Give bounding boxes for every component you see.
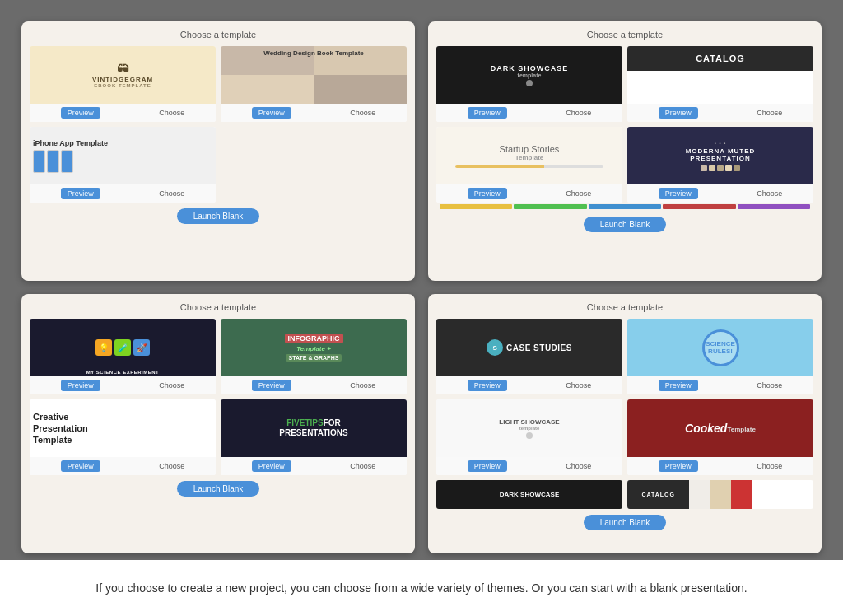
iphone-choose-button[interactable]: Choose bbox=[159, 188, 184, 199]
catalog-strip bbox=[689, 480, 751, 509]
panel-2-launch-blank-button[interactable]: Launch Blank bbox=[584, 217, 667, 232]
case-studies-preview-button[interactable]: Preview bbox=[468, 380, 507, 391]
panel-2-title: Choose a template bbox=[436, 30, 813, 40]
science-rules-preview-button[interactable]: Preview bbox=[659, 380, 698, 391]
science-rules-choose-button[interactable]: Choose bbox=[757, 380, 782, 391]
science-icon-flask: 🧪 bbox=[114, 339, 131, 356]
vintidgegram-preview-button[interactable]: Preview bbox=[61, 107, 100, 119]
ls-title: LIGHT SHOWCASE bbox=[499, 418, 559, 426]
dark-showcase-preview-button[interactable]: Preview bbox=[468, 107, 507, 119]
creative-text: CreativePresentationTemplate bbox=[33, 411, 88, 446]
template-card-light-showcase: LIGHT SHOWCASE template Preview Choose bbox=[436, 399, 622, 475]
light-showcase-choose-button[interactable]: Choose bbox=[566, 460, 591, 472]
panel-3-title: Choose a template bbox=[30, 302, 407, 312]
panel-3-launch-blank-button[interactable]: Launch Blank bbox=[177, 481, 260, 497]
cooked-choose-button[interactable]: Choose bbox=[757, 460, 782, 472]
iphone-preview-button[interactable]: Preview bbox=[61, 188, 100, 199]
fivetips-for: FOR bbox=[324, 418, 341, 427]
wedding-title: Wedding Design Book Template bbox=[221, 49, 407, 57]
fivetips-preview-button[interactable]: Preview bbox=[252, 460, 291, 472]
catalog-actions: Preview Choose bbox=[627, 104, 813, 122]
iphone-screen-1 bbox=[33, 150, 45, 173]
case-studies-text: CASE STUDIES bbox=[506, 343, 572, 352]
panel-1-launch-blank-button[interactable]: Launch Blank bbox=[177, 208, 260, 224]
dark-showcase-title: DARK SHOWCASE bbox=[491, 64, 569, 72]
iphone-actions: Preview Choose bbox=[30, 184, 216, 203]
wedding-actions: Preview Choose bbox=[221, 104, 407, 122]
catalog-preview-button[interactable]: Preview bbox=[659, 107, 698, 119]
case-studies-choose-button[interactable]: Choose bbox=[566, 380, 591, 391]
thumb-catalog-small: CATALOG bbox=[627, 480, 813, 509]
wedding-choose-button[interactable]: Choose bbox=[350, 107, 375, 119]
dark-showcase-choose-button[interactable]: Choose bbox=[566, 107, 591, 119]
infographic-choose-button[interactable]: Choose bbox=[350, 380, 375, 391]
vint-icon: 🕶 bbox=[117, 63, 128, 76]
infographic-actions: Preview Choose bbox=[221, 376, 407, 394]
panel-1-launch-bar: Launch Blank bbox=[30, 203, 407, 227]
vintidgegram-choose-button[interactable]: Choose bbox=[159, 107, 184, 119]
ls-sub: template bbox=[519, 426, 540, 431]
creative-preview-button[interactable]: Preview bbox=[61, 460, 100, 472]
template-card-vintidgegram: 🕶 VINTIDGEGRAM EBOOK TEMPLATE Preview Ch… bbox=[30, 46, 216, 122]
science-choose-button[interactable]: Choose bbox=[159, 380, 184, 391]
template-card-infographic: INFOGRAPHIC Template + STATE & GRAPHS Pr… bbox=[221, 319, 407, 394]
iphone-title: iPhone App Template bbox=[33, 139, 108, 147]
catalog-choose-button[interactable]: Choose bbox=[757, 107, 782, 119]
bottom-caption: If you choose to create a new project, y… bbox=[0, 560, 843, 616]
startup-title: Startup Stories bbox=[500, 144, 560, 154]
iphone-screen-2 bbox=[47, 150, 59, 173]
startup-sub: Template bbox=[515, 154, 544, 161]
moderna-title: MODERNA MUTED bbox=[686, 147, 756, 155]
template-card-fivetips: FIVETIPSFOR PRESENTATIONS Preview Choose bbox=[221, 399, 407, 475]
fivetips-actions: Preview Choose bbox=[221, 457, 407, 475]
creative-choose-button[interactable]: Choose bbox=[159, 460, 184, 472]
swatch-4 bbox=[725, 165, 732, 171]
panel-1-title: Choose a template bbox=[30, 30, 407, 40]
wedding-preview-button[interactable]: Preview bbox=[252, 107, 291, 119]
moderna-actions: Preview Choose bbox=[627, 184, 813, 203]
startup-choose-button[interactable]: Choose bbox=[566, 188, 591, 199]
thumb-moderna: • • • MODERNA MUTED PRESENTATION bbox=[627, 127, 813, 184]
ls-dot bbox=[526, 432, 533, 439]
cs1 bbox=[689, 480, 710, 509]
infographic-preview-button[interactable]: Preview bbox=[252, 380, 291, 391]
wedding-cell-3 bbox=[221, 75, 314, 104]
swatch-5 bbox=[734, 165, 740, 171]
case-studies-icon: S bbox=[487, 339, 503, 356]
cooked-preview-button[interactable]: Preview bbox=[659, 460, 698, 472]
startup-preview-button[interactable]: Preview bbox=[468, 188, 507, 199]
template-card-creative: CreativePresentationTemplate Preview Cho… bbox=[30, 399, 216, 475]
panel-4-title: Choose a template bbox=[436, 302, 813, 312]
thumb-fivetips: FIVETIPSFOR PRESENTATIONS bbox=[221, 399, 407, 457]
light-showcase-actions: Preview Choose bbox=[436, 457, 622, 475]
panel-3-template-grid: 💡 🧪 🚀 MY SCIENCE EXPERIMENT Preview Choo… bbox=[30, 319, 407, 475]
thumb-catalog: CATALOG bbox=[627, 46, 813, 104]
panel-2: Choose a template DARK SHOWCASE template… bbox=[428, 21, 822, 281]
light-showcase-preview-button[interactable]: Preview bbox=[468, 460, 507, 472]
fivetips-choose-button[interactable]: Choose bbox=[350, 460, 375, 472]
template-card-cooked: Cooked Template Preview Choose bbox=[627, 399, 813, 475]
dark-showcase-dot bbox=[526, 80, 533, 86]
thumb-case-studies: S CASE STUDIES bbox=[436, 319, 622, 376]
swatch-2 bbox=[709, 165, 715, 171]
moderna-swatches bbox=[701, 165, 740, 171]
science-icon-bulb: 💡 bbox=[95, 339, 112, 356]
case-studies-actions: Preview Choose bbox=[436, 376, 622, 394]
panel-1: Choose a template 🕶 VINTIDGEGRAM EBOOK T… bbox=[21, 21, 415, 281]
fivetips-five: FIVETIPS bbox=[286, 418, 323, 427]
moderna-choose-button[interactable]: Choose bbox=[757, 188, 782, 199]
cb-5 bbox=[738, 204, 810, 209]
moderna-preview-button[interactable]: Preview bbox=[659, 188, 698, 199]
vintidgegram-actions: Preview Choose bbox=[30, 104, 216, 122]
catalog-small-banner: CATALOG bbox=[627, 480, 689, 509]
fivetips-text: FIVETIPSFOR PRESENTATIONS bbox=[279, 418, 348, 438]
moderna-sub: PRESENTATION bbox=[690, 155, 750, 162]
panel-4-launch-blank-button[interactable]: Launch Blank bbox=[584, 515, 667, 530]
panel-4-partial-row: DARK SHOWCASE CATALOG bbox=[436, 480, 813, 509]
science-preview-button[interactable]: Preview bbox=[61, 380, 100, 391]
vint-sub: EBOOK TEMPLATE bbox=[94, 83, 151, 88]
catalog-banner: CATALOG bbox=[627, 46, 813, 71]
thumb-dark-showcase: DARK SHOWCASE template bbox=[436, 46, 622, 104]
template-card-startup: Startup Stories Template Preview Choose bbox=[436, 127, 622, 203]
template-card-science: 💡 🧪 🚀 MY SCIENCE EXPERIMENT Preview Choo… bbox=[30, 319, 216, 394]
